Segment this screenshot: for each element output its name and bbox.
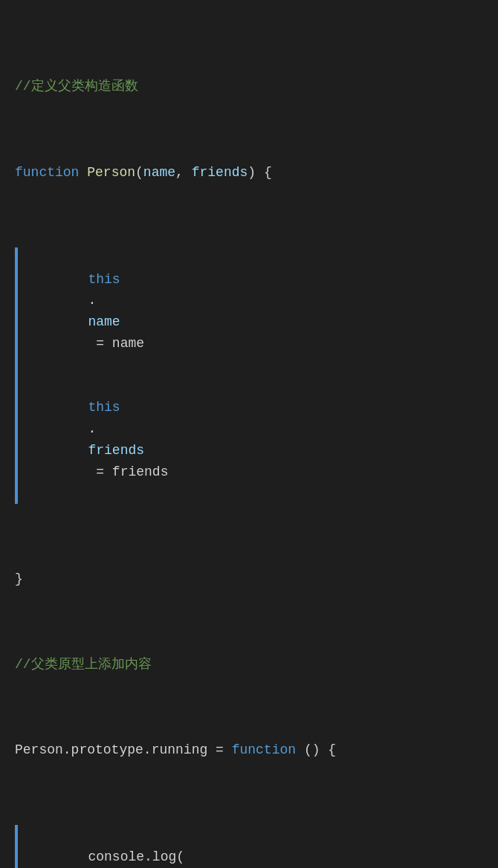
comment-1: //定义父类构造函数 bbox=[15, 76, 483, 97]
bar-block-2: console.log( this .name + "running~" ) bbox=[15, 825, 483, 868]
bar-block-1: this . name = name this . friends = frie… bbox=[15, 247, 483, 505]
func-person-def: function Person ( name , friends ) { bbox=[15, 162, 483, 184]
prototype-running: Person.prototype.running = function () { bbox=[15, 739, 483, 761]
close-brace-1: } bbox=[15, 569, 483, 590]
comment-2: //父类原型上添加内容 bbox=[15, 654, 483, 676]
code-editor: //定义父类构造函数 function Person ( name , frie… bbox=[15, 12, 483, 868]
